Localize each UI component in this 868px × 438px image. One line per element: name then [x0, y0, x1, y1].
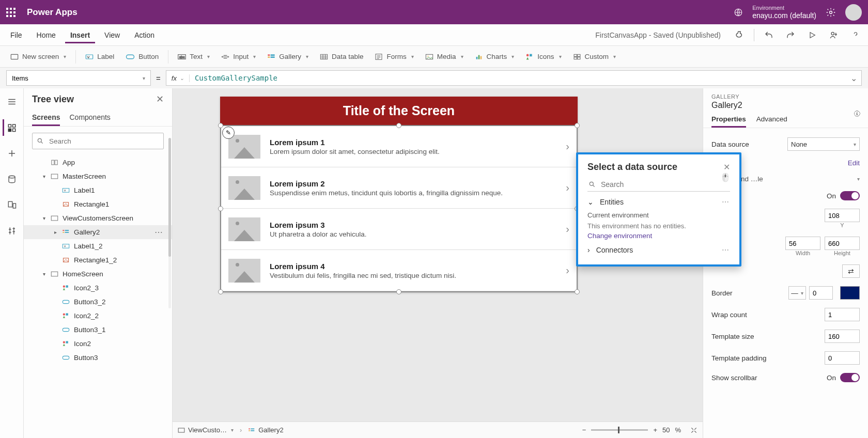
ribbon-label: Forms: [386, 53, 406, 60]
svg-rect-26: [577, 57, 580, 59]
svg-rect-11: [268, 56, 270, 58]
svg-text:abc: abc: [179, 55, 185, 58]
menu-file[interactable]: File: [5, 27, 27, 43]
svg-rect-12: [271, 56, 275, 58]
environment-icon[interactable]: [734, 8, 743, 17]
svg-rect-18: [478, 55, 479, 59]
svg-rect-21: [530, 54, 532, 56]
ribbon-label: Charts: [487, 53, 507, 60]
insert-ribbon: New screen▾ Label Button abc Text▾ Input…: [0, 46, 868, 68]
insert-label-button[interactable]: Label: [80, 50, 119, 63]
insert-media-button[interactable]: Media▾: [420, 50, 469, 63]
menu-action[interactable]: Action: [129, 27, 160, 43]
ribbon-label: Media: [437, 53, 456, 60]
ribbon-label: Button: [138, 53, 159, 60]
ribbon-label: Icons: [537, 53, 554, 60]
svg-marker-22: [526, 57, 529, 59]
svg-rect-19: [480, 56, 482, 59]
redo-icon[interactable]: [783, 28, 798, 42]
equals-label: =: [156, 74, 161, 83]
ribbon-label: Label: [97, 53, 114, 60]
insert-datatable-button[interactable]: Data table: [315, 50, 369, 63]
document-status: FirstCanvasApp - Saved (Unpublished): [595, 31, 721, 39]
title-bar: Power Apps Environment enayu.com (defaul…: [0, 0, 868, 24]
insert-charts-button[interactable]: Charts▾: [470, 50, 520, 63]
fx-icon[interactable]: fx⌄: [166, 74, 190, 82]
ribbon-label: Custom: [585, 53, 609, 60]
ribbon-label: New screen: [22, 53, 59, 60]
menu-insert[interactable]: Insert: [65, 27, 95, 43]
menu-view[interactable]: View: [99, 27, 125, 43]
svg-rect-10: [271, 54, 275, 56]
avatar[interactable]: [845, 4, 862, 21]
environment-name: enayu.com (default): [752, 11, 816, 20]
svg-rect-13: [320, 54, 327, 59]
insert-input-button[interactable]: Input▾: [216, 50, 261, 63]
ribbon-label: Text: [190, 53, 203, 60]
new-screen-button[interactable]: New screen▾: [5, 50, 71, 63]
formula-input-container: fx⌄ CustomGallerySample ⌄: [166, 70, 862, 86]
svg-point-1: [830, 11, 832, 13]
svg-point-20: [526, 54, 529, 56]
svg-point-3: [831, 32, 834, 35]
insert-icons-button[interactable]: Icons▾: [520, 50, 566, 63]
insert-gallery-button[interactable]: Gallery▾: [262, 50, 314, 63]
environment-selector[interactable]: Environment enayu.com (default): [752, 5, 816, 20]
svg-rect-17: [476, 57, 477, 59]
insert-button-button[interactable]: Button: [120, 50, 164, 63]
property-selector[interactable]: Items ▾: [6, 70, 151, 86]
svg-rect-9: [268, 54, 270, 56]
formula-input[interactable]: CustomGallerySample: [190, 74, 846, 82]
app-checker-icon[interactable]: [732, 28, 747, 42]
environment-label: Environment: [752, 5, 816, 11]
help-icon[interactable]: [848, 28, 863, 42]
svg-rect-24: [577, 54, 580, 56]
share-icon[interactable]: [827, 28, 841, 42]
formula-bar: Items ▾ = fx⌄ CustomGallerySample ⌄: [0, 68, 868, 88]
app-title: Power Apps: [27, 7, 78, 18]
svg-rect-6: [127, 55, 134, 59]
formula-expand-icon[interactable]: ⌄: [846, 73, 861, 83]
insert-forms-button[interactable]: Forms▾: [369, 50, 419, 63]
property-name: Items: [12, 74, 28, 82]
settings-icon[interactable]: [826, 7, 836, 18]
chevron-down-icon: ▾: [143, 75, 145, 81]
play-icon[interactable]: [805, 28, 819, 42]
insert-custom-button[interactable]: Custom▾: [568, 50, 622, 63]
menu-home[interactable]: Home: [32, 27, 61, 43]
ribbon-label: Input: [233, 53, 249, 60]
svg-rect-4: [11, 54, 18, 59]
svg-rect-25: [574, 57, 577, 59]
ribbon-label: Gallery: [279, 53, 301, 60]
ribbon-label: Data table: [332, 53, 364, 60]
menu-bar: FileHomeInsertViewAction FirstCanvasApp …: [0, 24, 868, 46]
svg-marker-2: [810, 32, 815, 38]
insert-text-button[interactable]: abc Text▾: [173, 50, 215, 63]
svg-point-16: [427, 55, 428, 56]
undo-icon[interactable]: [762, 28, 776, 42]
app-launcher-icon[interactable]: [6, 8, 16, 17]
svg-rect-23: [574, 54, 577, 56]
